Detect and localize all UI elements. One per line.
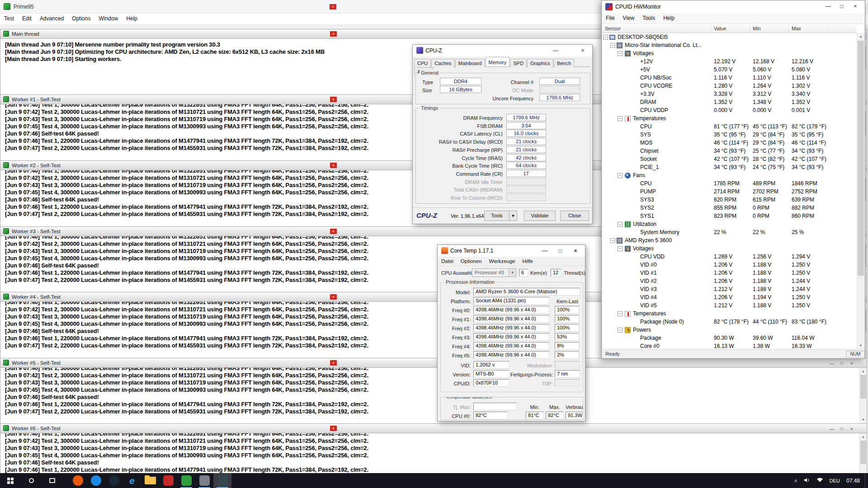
sensor-row[interactable]: +5V5.070 V5.060 V5.080 V: [602, 66, 857, 74]
clock[interactable]: 07:48: [843, 478, 863, 484]
cpuz-tab-mainboard[interactable]: Mainboard: [455, 59, 485, 67]
sensor-row[interactable]: PCIE_134 °C (93 °F)24 °C (75 °F)34 °C (9…: [602, 163, 857, 171]
close-icon-red[interactable]: ×: [330, 163, 337, 168]
sensor-row[interactable]: −Utilization: [602, 220, 857, 228]
scrollbar[interactable]: ▲▼: [859, 433, 867, 474]
hwmonitor-menu-tools[interactable]: Tools: [638, 13, 659, 23]
tools-dropdown-icon[interactable]: ▾: [509, 211, 517, 221]
column-min[interactable]: Min: [753, 24, 761, 33]
taskbar-app-thunderbird[interactable]: [87, 473, 105, 488]
sensor-row[interactable]: −Temperatures: [602, 114, 857, 122]
tree-collapse-icon[interactable]: −: [618, 328, 623, 333]
sensor-row[interactable]: VID #51.212 V1.188 V1.250 V: [602, 301, 857, 310]
hwmonitor-menu-file[interactable]: File: [602, 13, 618, 23]
sensor-row[interactable]: CPU NB/Soc1.116 V1.110 V1.116 V: [602, 74, 857, 82]
tree-collapse-icon[interactable]: −: [618, 246, 623, 251]
column-sensor[interactable]: Sensor: [605, 24, 621, 33]
sensor-row[interactable]: DRAM1.352 V1.348 V1.352 V: [602, 98, 857, 106]
sensor-row[interactable]: Core #016.13 W1.38 W16.33 W: [602, 342, 857, 349]
sensor-row[interactable]: MOS46 °C (114 °F)29 °C (84 °F)46 °C (114…: [602, 139, 857, 147]
sensor-row[interactable]: −Micro-Star International Co. Lt...: [602, 41, 857, 49]
sensor-row[interactable]: −Voltages: [602, 244, 857, 253]
tools-button[interactable]: Tools: [484, 211, 509, 221]
cpuz-tab-caches[interactable]: Caches: [431, 59, 454, 67]
sensor-row[interactable]: SYS3620 RPM615 RPM639 RPM: [602, 196, 857, 204]
sensor-row[interactable]: VID #11.206 V1.188 V1.250 V: [602, 269, 857, 277]
sensor-row[interactable]: CPU VDDP0.000 V0.000 V0.001 V: [602, 106, 857, 114]
network-icon[interactable]: [813, 477, 826, 484]
hwmonitor-menu-view[interactable]: View: [618, 13, 638, 23]
minimize-button[interactable]: —: [549, 45, 562, 56]
coretemp-menu-werkzeuge[interactable]: Werkzeuge: [486, 257, 519, 265]
sensor-row[interactable]: Package (Node 0)82 °C (178 °F)44 °C (110…: [602, 318, 857, 326]
cpuz-tab-spd[interactable]: SPD: [510, 59, 527, 67]
taskbar-app-file-explorer[interactable]: [141, 473, 159, 488]
close-button[interactable]: ×: [849, 0, 862, 12]
taskbar-app-prime95[interactable]: [177, 473, 195, 488]
sensor-row[interactable]: Chipset34 °C (93 °F)25 °C (77 °F)34 °C (…: [602, 147, 857, 155]
taskbar-app-edge[interactable]: e: [123, 473, 141, 488]
sensor-row[interactable]: −Voltages: [602, 49, 857, 57]
task-view-button[interactable]: [42, 473, 62, 488]
sensor-row[interactable]: PUMP2714 RPM2702 RPM2752 RPM: [602, 188, 857, 196]
hwmonitor-titlebar[interactable]: CPUID HWMonitor — □ ×: [602, 0, 865, 13]
scrollbar[interactable]: ▲ ▼: [857, 33, 864, 349]
tree-collapse-icon[interactable]: −: [603, 35, 608, 40]
sensor-row[interactable]: CPU1785 RPM489 RPM1846 RPM: [602, 179, 857, 188]
maximize-button[interactable]: □: [553, 245, 567, 257]
taskbar-app-hwmonitor[interactable]: [213, 473, 231, 488]
tree-collapse-icon[interactable]: −: [618, 222, 623, 227]
sensor-row[interactable]: Socket42 °C (107 °F)28 °C (82 °F)42 °C (…: [602, 155, 857, 163]
scrollbar-thumb[interactable]: [858, 41, 864, 276]
close-icon-red[interactable]: ×: [330, 31, 337, 37]
close-window-button[interactable]: Close: [560, 211, 589, 221]
sensor-row[interactable]: Package90.30 W39.60 W116.04 W: [602, 334, 857, 342]
sensor-row[interactable]: −AMD Ryzen 5 3600: [602, 236, 857, 244]
close-button[interactable]: ×: [569, 245, 582, 257]
scrollbar[interactable]: ▲▼: [859, 368, 867, 423]
sensor-row[interactable]: −DESKTOP-SBQ5EI5: [602, 33, 857, 41]
cpuz-tab-cpu[interactable]: CPU: [414, 59, 431, 67]
close-icon-red[interactable]: ×: [330, 97, 337, 102]
cpu-select-dropdown[interactable]: Prozessor #0 ▾: [472, 268, 516, 277]
scroll-up-icon[interactable]: ▲: [860, 433, 867, 440]
sensor-row[interactable]: VID #01.206 V1.188 V1.250 V: [602, 261, 857, 269]
tree-collapse-icon[interactable]: −: [618, 173, 623, 178]
scroll-down-icon[interactable]: ▼: [857, 342, 864, 349]
sensor-row[interactable]: SYS35 °C (95 °F)29 °C (84 °F)35 °C (95 °…: [602, 131, 857, 139]
tree-collapse-icon[interactable]: −: [618, 311, 623, 316]
sensor-row[interactable]: CPU VCORE1.280 V1.264 V1.302 V: [602, 82, 857, 90]
cpuz-tab-bench[interactable]: Bench: [554, 59, 574, 67]
validate-button[interactable]: Validate: [524, 211, 556, 221]
tree-collapse-icon[interactable]: −: [618, 116, 623, 121]
scroll-up-icon[interactable]: ▲: [857, 33, 864, 40]
sensor-row[interactable]: +3.3V3.328 V3.312 V3.340 V: [602, 90, 857, 98]
sensor-row[interactable]: −Fans: [602, 171, 857, 179]
scrollbar-thumb[interactable]: [860, 441, 866, 464]
close-button[interactable]: ×: [847, 360, 857, 368]
volume-icon[interactable]: [801, 477, 813, 484]
cpuz-titlebar[interactable]: CPU-Z — ×: [413, 45, 592, 56]
cpuz-tab-graphics[interactable]: Graphics: [527, 59, 553, 67]
coretemp-menu-datei[interactable]: Datei: [438, 257, 457, 265]
taskbar-app-msi-afterburner[interactable]: [159, 473, 177, 488]
maximize-button[interactable]: □: [837, 425, 847, 433]
sensor-row[interactable]: System Memory22 %22 %25 %: [602, 228, 857, 236]
close-icon-red[interactable]: ×: [330, 229, 337, 234]
column-value[interactable]: Value: [714, 24, 726, 33]
scroll-down-icon[interactable]: ▼: [860, 416, 867, 423]
sensor-row[interactable]: CPU81 °C (177 °F)45 °C (113 °F)82 °C (17…: [602, 122, 857, 131]
scroll-up-icon[interactable]: ▲: [860, 368, 867, 375]
prime95-child-titlebar[interactable]: Worker #5 - Self-Test×—□×: [0, 358, 867, 368]
language-indicator[interactable]: DEU: [826, 478, 843, 483]
prime95-child-titlebar[interactable]: Worker #6 - Self-Test×—□×: [0, 424, 867, 433]
taskbar-app-firefox[interactable]: [69, 473, 87, 488]
minimize-button[interactable]: —: [538, 245, 552, 257]
maximize-button[interactable]: □: [835, 0, 849, 12]
close-button[interactable]: ×: [847, 425, 857, 433]
taskbar-app-cpu-z[interactable]: [195, 473, 213, 488]
maximize-button[interactable]: □: [837, 360, 847, 368]
tree-collapse-icon[interactable]: −: [610, 43, 615, 48]
scrollbar-thumb[interactable]: [860, 375, 866, 399]
close-button[interactable]: ×: [576, 45, 590, 56]
